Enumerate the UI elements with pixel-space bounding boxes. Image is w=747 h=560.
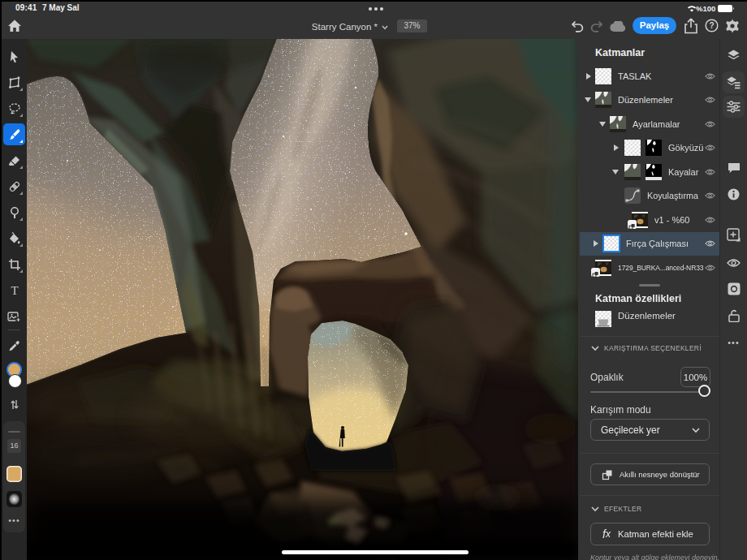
svg-text:?: ? [709,21,714,30]
svg-text:T: T [11,284,18,297]
